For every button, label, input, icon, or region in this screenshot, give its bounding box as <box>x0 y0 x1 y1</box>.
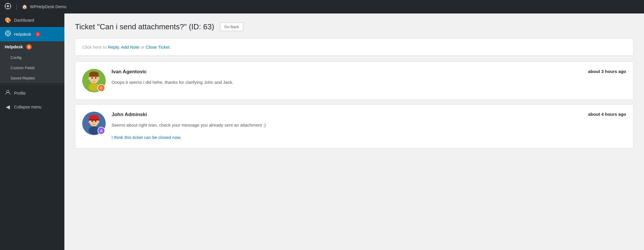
svg-rect-28 <box>89 119 99 120</box>
ivan-message-text: Ooops it seems i did hehe, thanks for cl… <box>112 79 626 86</box>
profile-icon <box>5 89 11 97</box>
svg-point-22 <box>98 77 100 80</box>
sidebar-item-helpdesk[interactable]: Helpdesk 6 <box>0 27 64 41</box>
sidebar-submenu: Helpdesk 6 Config Custom Fields Saved Re… <box>0 41 64 83</box>
wordpress-icon[interactable] <box>5 3 11 11</box>
dashboard-icon: 🎨 <box>5 17 11 23</box>
admin-bar: | 🏠 WPHelpDesk Demo <box>0 0 644 13</box>
john-author: John Adminski <box>112 112 147 118</box>
sidebar: 🎨 Dashboard Helpdesk 6 Helpdesk <box>0 13 64 250</box>
helpdesk-icon <box>5 30 11 38</box>
config-label: Config <box>11 55 22 60</box>
sidebar-item-dashboard[interactable]: 🎨 Dashboard <box>0 13 64 27</box>
add-note-link[interactable]: Add Note <box>121 45 139 50</box>
sidebar-item-config[interactable]: Config <box>0 52 64 63</box>
home-icon: 🏠 <box>22 4 28 9</box>
avatar-john-wrap: A <box>82 112 106 135</box>
sidebar-item-saved-replies[interactable]: Saved Replies <box>0 73 64 83</box>
message-card-ivan: C Ivan Agentovic about 3 hours ago Ooops… <box>75 62 633 100</box>
sidebar-helpdesk-label: Helpdesk <box>14 32 31 37</box>
message-card-john: A John Adminski about 4 hours ago Seems … <box>75 104 633 148</box>
helpdesk-badge: 6 <box>35 32 40 37</box>
svg-point-12 <box>7 90 9 93</box>
sidebar-item-label: Dashboard <box>14 18 34 23</box>
profile-label: Profile <box>14 91 26 96</box>
submenu-badge: 6 <box>26 44 32 50</box>
svg-point-7 <box>7 32 9 35</box>
sidebar-item-profile[interactable]: Profile <box>0 86 64 100</box>
john-message-text-1: Seems about right Ivan, check your messa… <box>112 122 626 129</box>
svg-point-18 <box>95 77 97 79</box>
sidebar-item-custom-fields[interactable]: Custom Fields <box>0 63 64 73</box>
svg-point-30 <box>95 121 97 122</box>
reply-link[interactable]: Reply <box>108 45 119 50</box>
page-header: Ticket "Can i send attachments?" (ID: 63… <box>75 22 633 31</box>
submenu-header-label: Helpdesk <box>5 45 23 49</box>
svg-point-31 <box>93 123 95 123</box>
ivan-badge: C <box>97 84 105 92</box>
close-ticket-link[interactable]: Close Ticket <box>146 45 170 50</box>
custom-fields-label: Custom Fields <box>11 66 35 70</box>
page-title: Ticket "Can i send attachments?" (ID: 63… <box>75 22 214 31</box>
avatar-ivan-wrap: C <box>82 69 106 92</box>
saved-replies-label: Saved Replies <box>11 76 35 80</box>
ivan-message-content: Ivan Agentovic about 3 hours ago Ooops i… <box>112 69 626 86</box>
svg-point-21 <box>88 77 90 80</box>
content-area: Ticket "Can i send attachments?" (ID: 63… <box>64 13 644 250</box>
sidebar-divider-1 <box>0 84 64 85</box>
reply-prefix: Click here to <box>82 45 108 50</box>
submenu-header: Helpdesk 6 <box>0 41 64 52</box>
svg-point-33 <box>89 121 90 123</box>
sidebar-item-collapse[interactable]: ◀ Collapse menu <box>0 100 64 114</box>
svg-rect-16 <box>89 74 99 77</box>
john-message-text-2: I think this ticket can be closed now. <box>112 134 626 141</box>
john-message-content: John Adminski about 4 hours ago Seems ab… <box>112 112 626 141</box>
separator2: or <box>139 45 146 50</box>
site-name-link[interactable]: 🏠 WPHelpDesk Demo <box>22 4 66 9</box>
ivan-time: about 3 hours ago <box>588 69 626 74</box>
ivan-message-header: Ivan Agentovic about 3 hours ago <box>112 69 626 75</box>
svg-point-1 <box>7 5 9 7</box>
john-message-header: John Adminski about 4 hours ago <box>112 112 626 118</box>
svg-point-34 <box>97 121 99 123</box>
close-suffix: . <box>169 45 171 50</box>
john-time: about 4 hours ago <box>588 112 626 117</box>
svg-point-29 <box>92 121 93 122</box>
svg-point-19 <box>93 79 95 80</box>
john-badge: A <box>97 127 105 135</box>
reply-box[interactable]: Click here to Reply, Add Note or Close T… <box>75 38 633 56</box>
site-name-label: WPHelpDesk Demo <box>30 4 66 9</box>
collapse-icon: ◀ <box>5 104 11 110</box>
collapse-label: Collapse menu <box>14 105 41 109</box>
admin-bar-divider: | <box>16 4 17 10</box>
svg-point-17 <box>92 77 93 79</box>
ivan-author: Ivan Agentovic <box>112 69 147 75</box>
go-back-button[interactable]: Go Back <box>220 23 244 31</box>
